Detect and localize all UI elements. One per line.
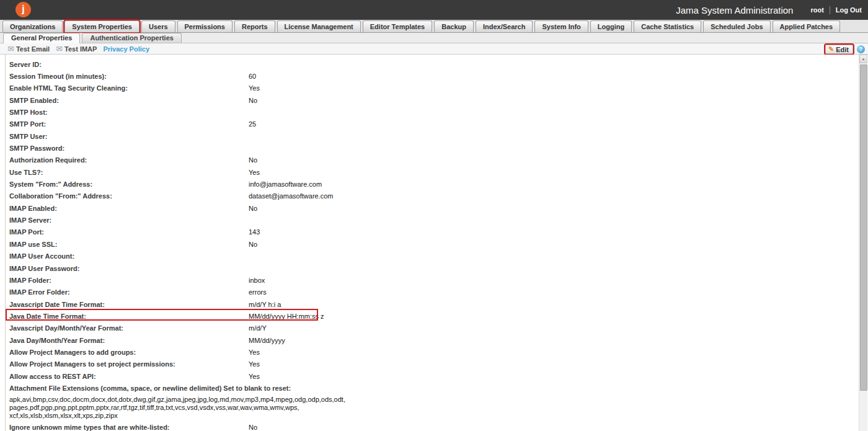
property-label: SMTP Port: (9, 120, 249, 128)
property-label: Attachment File Extensions (comma, space… (9, 384, 868, 392)
property-row-enable-html-tag-security-cleaning: Enable HTML Tag Security Cleaning:Yes (9, 82, 868, 94)
property-label: Javascript Date Time Format: (9, 301, 249, 308)
property-row-ignore-unknown-mime-types-that-are-white-listed: Ignore unknown mime types that are white… (9, 422, 868, 431)
tab-reports[interactable]: Reports (234, 20, 275, 32)
edit-button-label: Edit (836, 46, 849, 53)
property-value: Yes (249, 84, 260, 92)
main-tab-bar: OrganizationsSystem PropertiesUsersPermi… (0, 20, 868, 33)
property-row-authorization-required: Authorization Required:No (9, 154, 868, 166)
tab-logging[interactable]: Logging (590, 20, 632, 32)
property-label: SMTP Password: (9, 144, 249, 152)
tab-applied-patches[interactable]: Applied Patches (773, 20, 841, 32)
property-value: Yes (249, 373, 260, 380)
page-title: Jama System Administration (676, 5, 793, 16)
property-value: MM/dd/yyyy HH:mm:ss z (249, 313, 324, 320)
property-value: m/d/Y h:i a (249, 301, 281, 308)
property-row-smtp-enabled: SMTP Enabled:No (9, 94, 868, 106)
envelope-icon: ✉ (56, 45, 63, 53)
tab-system-info[interactable]: System Info (534, 20, 588, 32)
envelope-icon: ✉ (7, 45, 14, 53)
tab-cache-statistics[interactable]: Cache Statistics (634, 20, 701, 32)
property-value: Yes (249, 349, 260, 356)
property-value: No (249, 97, 257, 104)
property-label: SMTP Host: (9, 109, 249, 116)
property-row-javascript-date-time-format: Javascript Date Time Format:m/d/Y h:i a (9, 298, 868, 310)
tab-editor-templates[interactable]: Editor Templates (363, 20, 432, 32)
property-value: Yes (249, 360, 260, 368)
property-label: IMAP Folder: (9, 277, 249, 284)
property-label: Ignore unknown mime types that are white… (9, 424, 249, 431)
current-user: root (810, 6, 823, 14)
property-label: Allow access to REST API: (9, 373, 249, 380)
property-label: Use TLS?: (9, 169, 249, 176)
property-label: Authorization Required: (9, 156, 249, 164)
property-row-imap-error-folder: IMAP Error Folder:errors (9, 287, 868, 298)
property-label: IMAP User Password: (9, 265, 249, 272)
help-icon[interactable]: ? (857, 45, 865, 53)
pencil-icon: ✎ (828, 46, 834, 53)
tab-users[interactable]: Users (141, 20, 175, 32)
property-label: Javascript Day/Month/Year Format: (9, 324, 249, 332)
property-row-imap-port: IMAP Port:143 (9, 226, 868, 238)
property-label: SMTP Enabled: (9, 97, 249, 104)
logout-link[interactable]: Log Out (836, 6, 862, 14)
scrollbar-thumb[interactable] (860, 64, 867, 391)
property-label: IMAP use SSL: (9, 241, 249, 248)
property-row-system-from-address: System "From:" Address:info@jamasoftware… (9, 178, 868, 190)
header-bar: j Jama System Administration root Log Ou… (0, 0, 868, 20)
sub-tab-bar: General PropertiesAuthentication Propert… (0, 33, 868, 43)
property-value: No (249, 424, 257, 431)
vertical-scrollbar[interactable]: ▲ (859, 55, 867, 431)
property-row-collaboration-from-address: Collaboration "From:" Address:dataset@ja… (9, 190, 868, 202)
property-label: IMAP Error Folder: (9, 288, 249, 296)
test-imap-label: Test IMAP (64, 45, 97, 53)
property-row-smtp-port: SMTP Port:25 (9, 118, 868, 130)
subtab-general-properties[interactable]: General Properties (3, 33, 80, 43)
header-right: Jama System Administration root Log Out (676, 0, 862, 20)
tab-permissions[interactable]: Permissions (177, 20, 232, 32)
test-email-button[interactable]: ✉ Test Email (7, 45, 50, 53)
property-row-java-date-time-format: Java Date Time Format:MM/dd/yyyy HH:mm:s… (9, 310, 868, 322)
property-row-smtp-password: SMTP Password: (9, 142, 868, 154)
scroll-up-arrow-icon[interactable]: ▲ (859, 55, 867, 63)
jama-logo[interactable]: j (16, 2, 31, 17)
attachment-extensions-text: apk,avi,bmp,csv,doc,docm,docx,dot,dotx,d… (9, 396, 868, 420)
property-value: No (249, 241, 257, 248)
tab-scheduled-jobs[interactable]: Scheduled Jobs (703, 20, 770, 32)
privacy-policy-link[interactable]: Privacy Policy (103, 45, 149, 53)
subtab-authentication-properties[interactable]: Authentication Properties (82, 33, 181, 43)
property-row-smtp-user: SMTP User: (9, 130, 868, 142)
edit-button[interactable]: ✎ Edit (825, 45, 853, 54)
property-label: IMAP Enabled: (9, 205, 249, 212)
property-row-attachment-file-extensions-comma-space-or-newline-delimited-set-to-blank-to-reset: Attachment File Extensions (comma, space… (9, 382, 868, 394)
property-label: Java Day/Month/Year Format: (9, 337, 249, 344)
property-label: Allow Project Managers to add groups: (9, 349, 249, 356)
tab-system-properties[interactable]: System Properties (64, 20, 140, 32)
property-row-server-id: Server ID: (9, 58, 868, 70)
property-row-javascript-day-month-year-format: Javascript Day/Month/Year Format:m/d/Y (9, 322, 868, 334)
tab-backup[interactable]: Backup (434, 20, 474, 32)
property-value: No (249, 205, 257, 212)
property-label: Session Timeout (in minutes): (9, 73, 249, 80)
properties-panel: Server ID:Session Timeout (in minutes):6… (5, 55, 868, 431)
property-label: SMTP User: (9, 133, 249, 140)
property-value: 25 (249, 120, 256, 128)
properties-list: Server ID:Session Timeout (in minutes):6… (9, 58, 868, 431)
tab-license-management[interactable]: License Management (277, 20, 361, 32)
property-label: Enable HTML Tag Security Cleaning: (9, 84, 249, 92)
property-row-imap-use-ssl: IMAP use SSL:No (9, 238, 868, 250)
property-value: 143 (249, 228, 260, 236)
tab-organizations[interactable]: Organizations (2, 20, 63, 32)
property-row-use-tls: Use TLS?:Yes (9, 166, 868, 178)
property-row-smtp-host: SMTP Host: (9, 106, 868, 118)
tab-index-search[interactable]: Index/Search (476, 20, 533, 32)
property-value: dataset@jamasoftware.com (249, 192, 334, 200)
property-label: IMAP User Account: (9, 252, 249, 260)
property-row-imap-folder: IMAP Folder:inbox (9, 274, 868, 286)
property-label: System "From:" Address: (9, 180, 249, 188)
test-imap-button[interactable]: ✉ Test IMAP (56, 45, 97, 53)
property-value: info@jamasoftware.com (249, 180, 322, 188)
property-row-session-timeout-in-minutes: Session Timeout (in minutes):60 (9, 70, 868, 82)
property-value: MM/dd/yyyy (249, 337, 285, 344)
property-row-imap-user-account: IMAP User Account: (9, 251, 868, 262)
